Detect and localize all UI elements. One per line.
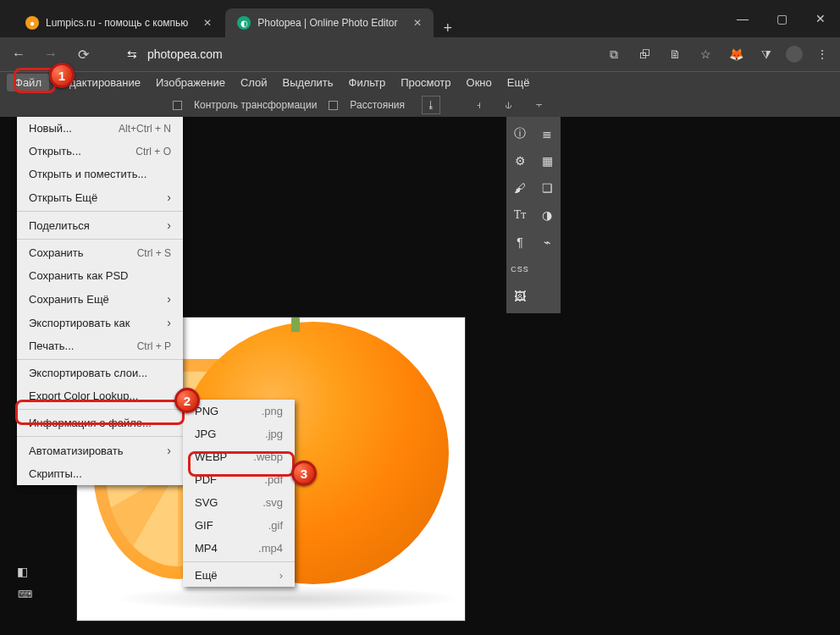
panel-paragraph-icon[interactable]: ¶ xyxy=(506,229,533,256)
menu-item-export-as[interactable]: Экспортировать как xyxy=(17,311,183,334)
menu-item-automate[interactable]: Автоматизировать xyxy=(17,439,183,462)
tab-title: Photopea | Online Photo Editor xyxy=(257,17,397,29)
callout-marker-1: 1 xyxy=(49,63,75,88)
tab-title: Lumpics.ru - помощь с компью xyxy=(46,17,188,29)
transform-controls-checkbox[interactable] xyxy=(173,101,182,110)
favicon-lumpics-icon: ● xyxy=(25,16,39,30)
submenu-item-more[interactable]: Ещё› xyxy=(183,564,295,587)
nav-forward-button[interactable]: → xyxy=(39,47,63,62)
submenu-item-mp4[interactable]: MP4.mp4 xyxy=(183,537,295,560)
favicon-photopea-icon: ◐ xyxy=(237,16,251,30)
distances-checkbox[interactable] xyxy=(329,101,338,110)
align-left-icon[interactable]: ⫞ xyxy=(469,99,488,111)
window-close-button[interactable]: ✕ xyxy=(801,0,840,37)
window-maximize-button[interactable]: ▢ xyxy=(762,0,801,37)
menu-more[interactable]: Ещё xyxy=(500,74,538,91)
menu-item-share[interactable]: Поделиться xyxy=(17,213,183,237)
callout-marker-2: 2 xyxy=(174,388,200,413)
callout-marker-3: 3 xyxy=(291,461,317,486)
menu-item-save[interactable]: СохранитьCtrl + S xyxy=(17,241,183,264)
panel-adjustments-icon[interactable]: ⚙ xyxy=(506,147,533,174)
align-center-icon[interactable]: ⫝ xyxy=(500,99,518,111)
panel-info-icon[interactable]: ⓘ xyxy=(506,120,533,147)
file-dropdown: Новый...Alt+Ctrl + N Открыть...Ctrl + O … xyxy=(17,117,183,485)
browser-tabs: ● Lumpics.ru - помощь с компью ✕ ◐ Photo… xyxy=(0,0,461,37)
menu-item-save-more[interactable]: Сохранить Ещё xyxy=(17,287,183,311)
download-button[interactable]: ⭳ xyxy=(422,96,440,114)
align-right-icon[interactable]: ⫟ xyxy=(530,99,549,111)
menu-select[interactable]: Выделить xyxy=(275,74,341,91)
menu-item-open-more[interactable]: Открыть Ещё xyxy=(17,185,183,209)
browser-tab-inactive[interactable]: ● Lumpics.ru - помощь с компью ✕ xyxy=(14,8,224,37)
panel-character-icon[interactable]: Tт xyxy=(506,202,533,229)
menu-image[interactable]: Изображение xyxy=(148,74,233,91)
menu-item-scripts[interactable]: Скрипты... xyxy=(17,462,183,485)
panel-css-icon[interactable]: CSS xyxy=(506,256,533,283)
site-settings-icon[interactable]: ⇆ xyxy=(125,47,139,61)
panel-preview-icon[interactable]: 🖼 xyxy=(506,283,533,310)
menu-item-open[interactable]: Открыть...Ctrl + O xyxy=(17,140,183,163)
translate-icon[interactable]: ⮺ xyxy=(633,47,655,61)
menu-file[interactable]: Файл xyxy=(7,74,49,91)
tab-close-icon[interactable]: ✕ xyxy=(203,17,212,29)
submenu-item-gif[interactable]: GIF.gif xyxy=(183,514,295,537)
browser-tab-active[interactable]: ◐ Photopea | Online Photo Editor ✕ xyxy=(225,8,433,37)
submenu-item-svg[interactable]: SVG.svg xyxy=(183,491,295,514)
submenu-item-pdf[interactable]: PDF.pdf xyxy=(183,468,295,491)
nav-back-button[interactable]: ← xyxy=(7,47,30,62)
right-panels: ⓘ≣ ⚙▦ 🖌❏ Tт◑ ¶⌁ CSS 🖼 xyxy=(506,117,561,313)
menu-item-export-layers[interactable]: Экспортировать слои... xyxy=(17,362,183,384)
submenu-item-jpg[interactable]: JPG.jpg xyxy=(183,422,295,445)
new-tab-button[interactable]: + xyxy=(435,19,461,37)
nav-reload-button[interactable]: ⟳ xyxy=(71,47,95,63)
window-minimize-button[interactable]: — xyxy=(723,0,762,37)
menu-item-export-lut[interactable]: Export Color Lookup... xyxy=(17,384,183,407)
panel-layers-icon[interactable]: ❏ xyxy=(533,174,561,202)
menu-item-open-place[interactable]: Открыть и поместить... xyxy=(17,163,183,185)
menu-window[interactable]: Окно xyxy=(459,74,500,91)
menu-layer[interactable]: Слой xyxy=(233,74,275,91)
submenu-item-webp[interactable]: WEBP.webp xyxy=(183,445,295,468)
panel-paths-icon[interactable]: ⌁ xyxy=(533,229,561,256)
browser-menu-icon[interactable]: ⋮ xyxy=(811,47,833,61)
menu-item-file-info[interactable]: Информация о файле... xyxy=(17,411,183,434)
menu-view[interactable]: Просмотр xyxy=(393,74,458,91)
panel-brush-icon[interactable]: 🖌 xyxy=(506,174,533,202)
submenu-item-png[interactable]: PNG.png xyxy=(183,400,295,422)
distances-label: Расстояния xyxy=(350,99,405,111)
install-app-icon[interactable]: ⧉ xyxy=(603,47,625,62)
photopea-app: Файл Редактирование Изображение Слой Выд… xyxy=(0,71,840,635)
profile-avatar[interactable] xyxy=(786,46,803,63)
keyboard-icon[interactable]: ⌨ xyxy=(10,586,39,603)
left-toolbar: ◧ ⌨ xyxy=(0,562,39,603)
menu-item-save-psd[interactable]: Сохранить как PSD xyxy=(17,264,183,287)
transform-controls-label: Контроль трансформации xyxy=(194,99,317,111)
window-titlebar: ● Lumpics.ru - помощь с компью ✕ ◐ Photo… xyxy=(0,0,840,37)
menu-item-new[interactable]: Новый...Alt+Ctrl + N xyxy=(17,117,183,140)
window-controls: — ▢ ✕ xyxy=(723,0,840,37)
bookmark-star-icon[interactable]: ☆ xyxy=(694,47,716,61)
export-as-submenu: PNG.png JPG.jpg WEBP.webp PDF.pdf SVG.sv… xyxy=(183,400,295,587)
image-shadow xyxy=(110,586,466,611)
tab-close-icon[interactable]: ✕ xyxy=(413,17,422,29)
metamask-icon[interactable]: 🦊 xyxy=(725,47,747,61)
panel-history-icon[interactable]: ≣ xyxy=(533,120,561,147)
options-bar: Контроль трансформации Расстояния ⭳ ⫞ ⫝ … xyxy=(0,93,840,117)
panel-color-icon[interactable]: ◑ xyxy=(533,202,561,229)
url-field[interactable]: ⇆ photopea.com xyxy=(125,47,223,61)
address-bar: ← → ⟳ ⇆ photopea.com ⧉ ⮺ 🗎 ☆ 🦊 ⧩ ⋮ xyxy=(0,37,840,71)
panel-swatches-icon[interactable]: ▦ xyxy=(533,147,561,174)
reader-icon[interactable]: 🗎 xyxy=(664,47,686,61)
app-menubar: Файл Редактирование Изображение Слой Выд… xyxy=(0,71,840,93)
menu-filter[interactable]: Фильтр xyxy=(341,74,394,91)
color-swatch-icon[interactable]: ◧ xyxy=(10,562,34,581)
url-text: photopea.com xyxy=(147,47,223,61)
menu-item-print[interactable]: Печать...Ctrl + P xyxy=(17,334,183,357)
extensions-icon[interactable]: ⧩ xyxy=(755,47,777,62)
